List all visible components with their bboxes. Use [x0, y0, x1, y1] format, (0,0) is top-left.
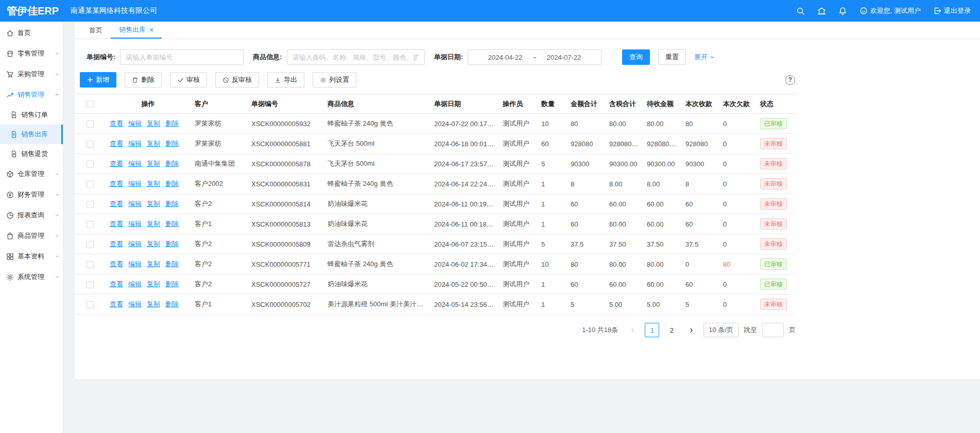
row-action-delete[interactable]: 删除	[165, 200, 179, 207]
audit-button[interactable]: 审核	[170, 72, 207, 88]
page-size-select[interactable]: 10 条/页	[703, 323, 738, 337]
row-action-view[interactable]: 查看	[110, 200, 123, 207]
sidebar-item-sales-outbound[interactable]: 销售出库	[0, 125, 63, 144]
cell-amount: 928080	[566, 134, 605, 154]
delete-button[interactable]: 删除	[125, 72, 162, 88]
date-range-picker[interactable]: 2024-04-22 ~ 2024-07-22	[468, 49, 601, 65]
row-action-copy[interactable]: 复制	[147, 300, 160, 308]
row-action-edit[interactable]: 编辑	[128, 160, 142, 167]
row-checkbox[interactable]	[87, 281, 94, 288]
row-checkbox[interactable]	[87, 221, 94, 228]
column-settings-button[interactable]: 列设置	[313, 72, 356, 88]
row-action-delete[interactable]: 删除	[165, 240, 179, 248]
row-action-delete[interactable]: 删除	[165, 220, 179, 228]
sidebar-item-sales[interactable]: 销售管理	[0, 84, 63, 105]
row-checkbox[interactable]	[87, 241, 94, 248]
add-button[interactable]: 新增	[80, 72, 116, 88]
row-action-edit[interactable]: 编辑	[128, 260, 142, 268]
help-icon[interactable]: ?	[785, 75, 795, 85]
row-action-view[interactable]: 查看	[110, 160, 123, 167]
pagination-page-2[interactable]: 2	[664, 323, 679, 337]
row-action-copy[interactable]: 复制	[147, 119, 160, 127]
row-action-copy[interactable]: 复制	[147, 200, 160, 207]
row-action-delete[interactable]: 删除	[165, 160, 179, 167]
col-customer: 客户	[191, 94, 247, 114]
row-action-copy[interactable]: 复制	[147, 140, 160, 147]
cell-actions: 查看编辑复制删除	[106, 274, 191, 295]
sidebar-item-retail[interactable]: 零售管理	[0, 43, 63, 64]
unaudit-button[interactable]: 反审核	[215, 72, 259, 88]
cell-receivable: 60.00	[643, 194, 681, 214]
row-action-edit[interactable]: 编辑	[128, 119, 142, 127]
tab-home[interactable]: 首页	[81, 22, 111, 39]
row-action-view[interactable]: 查看	[110, 260, 123, 268]
row-action-view[interactable]: 查看	[110, 300, 123, 308]
tab-sales-outbound[interactable]: 销售出库 ×	[111, 22, 162, 39]
bill-no-input[interactable]	[120, 49, 244, 65]
row-action-edit[interactable]: 编辑	[128, 220, 142, 228]
row-action-copy[interactable]: 复制	[147, 160, 160, 167]
row-action-copy[interactable]: 复制	[147, 260, 160, 268]
sidebar-item-warehouse[interactable]: 仓库管理	[0, 164, 63, 184]
pagination-prev-button[interactable]	[625, 323, 640, 337]
row-action-delete[interactable]: 删除	[165, 260, 179, 268]
row-action-view[interactable]: 查看	[110, 240, 123, 248]
row-action-delete[interactable]: 删除	[165, 280, 179, 288]
cell-amount: 60	[566, 274, 605, 295]
cell-receivable: 37.50	[643, 234, 681, 254]
row-action-edit[interactable]: 编辑	[128, 240, 142, 248]
add-label: 新增	[96, 75, 109, 84]
row-action-view[interactable]: 查看	[110, 220, 123, 228]
sidebar-item-basic-data[interactable]: 基本资料	[0, 246, 63, 267]
row-action-edit[interactable]: 编辑	[128, 200, 142, 207]
row-checkbox[interactable]	[87, 161, 94, 168]
sidebar-item-reports[interactable]: 报表查询	[0, 205, 63, 226]
row-checkbox[interactable]	[87, 301, 94, 308]
sidebar-item-finance[interactable]: 财务管理	[0, 184, 63, 205]
row-action-view[interactable]: 查看	[110, 180, 123, 187]
row-action-delete[interactable]: 删除	[165, 140, 179, 147]
close-icon[interactable]: ×	[149, 26, 153, 33]
cell-operator: 测试用户	[498, 134, 537, 154]
row-action-delete[interactable]: 删除	[165, 180, 179, 187]
home-building-icon[interactable]	[817, 7, 826, 15]
row-action-copy[interactable]: 复制	[147, 180, 160, 187]
row-checkbox[interactable]	[87, 120, 94, 128]
pagination-page-1[interactable]: 1	[645, 323, 659, 337]
row-action-edit[interactable]: 编辑	[128, 300, 142, 308]
sidebar-item-system[interactable]: 系统管理	[0, 267, 63, 287]
row-action-edit[interactable]: 编辑	[128, 180, 142, 187]
product-info-input[interactable]	[287, 49, 425, 65]
export-button[interactable]: 导出	[267, 72, 304, 88]
search-button[interactable]: 查询	[622, 49, 650, 65]
sidebar-item-label: 采购管理	[18, 70, 55, 79]
row-action-delete[interactable]: 删除	[165, 300, 179, 308]
reset-button[interactable]: 重置	[658, 49, 686, 65]
row-action-delete[interactable]: 删除	[165, 119, 179, 127]
sidebar-item-purchase[interactable]: 采购管理	[0, 64, 63, 84]
row-checkbox[interactable]	[87, 141, 94, 148]
row-action-copy[interactable]: 复制	[147, 280, 160, 288]
row-action-copy[interactable]: 复制	[147, 240, 160, 248]
bell-icon[interactable]	[838, 7, 847, 15]
sidebar-item-products[interactable]: 商品管理	[0, 226, 63, 246]
search-icon[interactable]	[796, 7, 805, 15]
jump-page-input[interactable]	[762, 323, 784, 337]
row-action-edit[interactable]: 编辑	[128, 280, 142, 288]
user-welcome[interactable]: 欢迎您, 测试用户	[859, 6, 921, 15]
select-all-checkbox[interactable]	[87, 100, 94, 108]
row-checkbox[interactable]	[87, 261, 94, 268]
sidebar-item-sales-order[interactable]: 销售订单	[0, 105, 63, 125]
expand-link[interactable]: 展开	[694, 53, 715, 62]
row-action-view[interactable]: 查看	[110, 119, 123, 127]
row-action-view[interactable]: 查看	[110, 280, 123, 288]
sidebar-item-home[interactable]: 首页	[0, 23, 63, 43]
pagination-next-button[interactable]	[684, 323, 698, 337]
logout-button[interactable]: 退出登录	[933, 6, 971, 15]
row-action-view[interactable]: 查看	[110, 140, 123, 147]
row-action-copy[interactable]: 复制	[147, 220, 160, 228]
row-checkbox[interactable]	[87, 201, 94, 208]
row-action-edit[interactable]: 编辑	[128, 140, 142, 147]
row-checkbox[interactable]	[87, 181, 94, 188]
sidebar-item-sales-return[interactable]: 销售退货	[0, 144, 63, 164]
